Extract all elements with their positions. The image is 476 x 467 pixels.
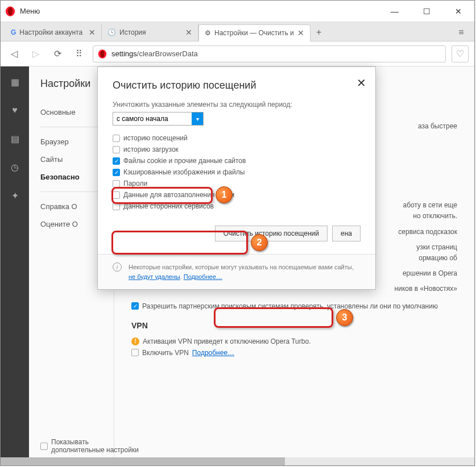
close-icon[interactable]: ✕ xyxy=(89,28,96,37)
address-text: settings/clearBrowserData xyxy=(111,49,198,58)
tab-history[interactable]: 🕓 История ✕ xyxy=(102,24,198,41)
checkbox-icon xyxy=(131,349,139,356)
opera-logo-icon xyxy=(5,6,15,16)
select-value: с самого начала xyxy=(117,115,168,123)
checkbox-label: Данные сторонних сервисов xyxy=(123,202,214,210)
gear-icon: ⚙ xyxy=(205,29,211,37)
history-icon[interactable]: ◷ xyxy=(6,159,23,176)
chevron-down-icon: ▾ xyxy=(192,112,203,125)
horizontal-scrollbar[interactable] xyxy=(1,457,474,465)
section-vpn: VPN xyxy=(131,321,457,330)
tab-label: История xyxy=(119,28,146,36)
maximize-button[interactable]: ☐ xyxy=(415,3,438,20)
checkbox-cache[interactable]: ✓Кэшированные изображения и файлы xyxy=(113,166,361,178)
checkbox-thirdparty[interactable]: Данные сторонних сервисов xyxy=(113,201,361,212)
checkbox-browsing-history[interactable]: историю посещений xyxy=(113,132,361,144)
checkbox-label: Файлы cookie и прочие данные сайтов xyxy=(123,157,246,165)
checkbox-cookies[interactable]: ✓Файлы cookie и прочие данные сайтов xyxy=(113,155,361,166)
warning-text: Активация VPN приведет к отключению Oper… xyxy=(143,337,311,345)
back-button[interactable]: ◁ xyxy=(6,46,22,62)
vpn-warning: ! Активация VPN приведет к отключению Op… xyxy=(131,336,457,347)
warning-icon: ! xyxy=(131,337,139,345)
opera-badge-icon xyxy=(98,49,107,59)
checkbox-label: Разрешить партнерским поисковым системам… xyxy=(142,302,438,310)
checkbox-label: Пароли xyxy=(123,180,147,187)
modal-title: Очистить историю посещений xyxy=(113,80,361,91)
checkbox-icon: ✓ xyxy=(113,157,120,165)
checkbox-label: Данные для автозаполнения форм xyxy=(123,191,234,199)
news-icon[interactable]: ▤ xyxy=(6,130,23,147)
checkbox-icon xyxy=(113,180,120,187)
tab-account-settings[interactable]: G Настройки аккаунта ✕ xyxy=(5,24,102,41)
info-icon: i xyxy=(113,262,122,272)
checkbox-autofill[interactable]: Данные для автозаполнения форм xyxy=(113,189,361,201)
svg-point-1 xyxy=(8,7,13,15)
google-icon: G xyxy=(11,28,16,36)
clock-icon: 🕓 xyxy=(107,28,116,36)
tab-label: Настройки — Очистить и xyxy=(214,29,294,37)
modal-period-label: Уничтожить указанные элементы за следующ… xyxy=(113,101,361,109)
navbar: ◁ ▷ ⟳ ⠿ settings/clearBrowserData ♡ xyxy=(1,41,474,66)
bookmark-heart-button[interactable]: ♡ xyxy=(452,45,469,62)
checkbox-icon xyxy=(40,443,48,450)
forward-button[interactable]: ▷ xyxy=(28,46,44,62)
checkbox-label: Включить VPN xyxy=(142,349,189,357)
clear-history-modal: ✕ Очистить историю посещений Уничтожить … xyxy=(97,66,376,290)
tabstrip: G Настройки аккаунта ✕ 🕓 История ✕ ⚙ Нас… xyxy=(1,22,474,41)
close-icon[interactable]: ✕ xyxy=(357,76,366,90)
tab-label: Настройки аккаунта xyxy=(19,28,82,36)
checkbox-icon: ✓ xyxy=(131,302,139,310)
close-window-button[interactable]: ✕ xyxy=(447,3,470,20)
speed-dial-button[interactable]: ⠿ xyxy=(71,46,87,62)
close-icon[interactable]: ✕ xyxy=(185,28,192,37)
tab-settings-clear[interactable]: ⚙ Настройки — Очистить и ✕ xyxy=(198,24,311,41)
checkbox-show-advanced[interactable]: Показывать дополнительные настройки xyxy=(40,438,142,454)
extensions-icon[interactable]: ✦ xyxy=(6,187,23,204)
clear-history-button[interactable]: Очистить историю посещений xyxy=(215,226,328,241)
svg-point-3 xyxy=(100,50,104,57)
checkbox-icon xyxy=(113,146,120,153)
heart-icon[interactable]: ♥ xyxy=(6,102,23,119)
checkbox-download-history[interactable]: историю загрузок xyxy=(113,144,361,155)
cancel-button[interactable]: ена xyxy=(332,226,361,241)
learn-more-link[interactable]: Подробнее… xyxy=(184,273,222,280)
checkbox-label: Кэшированные изображения и файлы xyxy=(123,168,245,176)
grid-icon[interactable]: ▦ xyxy=(6,73,23,90)
checkbox-icon xyxy=(113,203,120,210)
period-select[interactable]: с самого начала ▾ xyxy=(113,112,204,126)
not-deleted-link[interactable]: не будут удалены xyxy=(129,273,180,280)
menu-label[interactable]: Меню xyxy=(20,7,383,15)
checkbox-icon: ✓ xyxy=(113,169,120,176)
checkbox-icon xyxy=(113,135,120,142)
checkbox-label: Показывать дополнительные настройки xyxy=(51,438,142,454)
checkbox-label: историю загрузок xyxy=(123,145,179,153)
checkbox-enable-vpn[interactable]: Включить VPN Подробнее… xyxy=(131,347,457,358)
checkbox-label: историю посещений xyxy=(123,134,188,142)
close-icon[interactable]: ✕ xyxy=(297,28,304,37)
new-tab-button[interactable]: + xyxy=(311,24,328,41)
checkbox-icon xyxy=(113,191,120,199)
reload-button[interactable]: ⟳ xyxy=(49,46,65,62)
titlebar: Меню ― ☐ ✕ xyxy=(1,1,474,22)
checkbox-passwords[interactable]: Пароли xyxy=(113,178,361,189)
address-bar[interactable]: settings/clearBrowserData xyxy=(93,45,446,62)
modal-info: i Некоторые настройки, которые могут ука… xyxy=(98,254,375,289)
sidebar: ▦ ♥ ▤ ◷ ✦ xyxy=(1,66,29,465)
info-text: Некоторые настройки, которые могут указы… xyxy=(129,262,361,281)
checkbox-partner-search[interactable]: ✓ Разрешить партнерским поисковым систем… xyxy=(131,301,457,312)
tab-menu-button[interactable]: ≡ xyxy=(453,24,470,41)
vpn-more-link[interactable]: Подробнее… xyxy=(192,349,234,357)
minimize-button[interactable]: ― xyxy=(383,3,406,20)
